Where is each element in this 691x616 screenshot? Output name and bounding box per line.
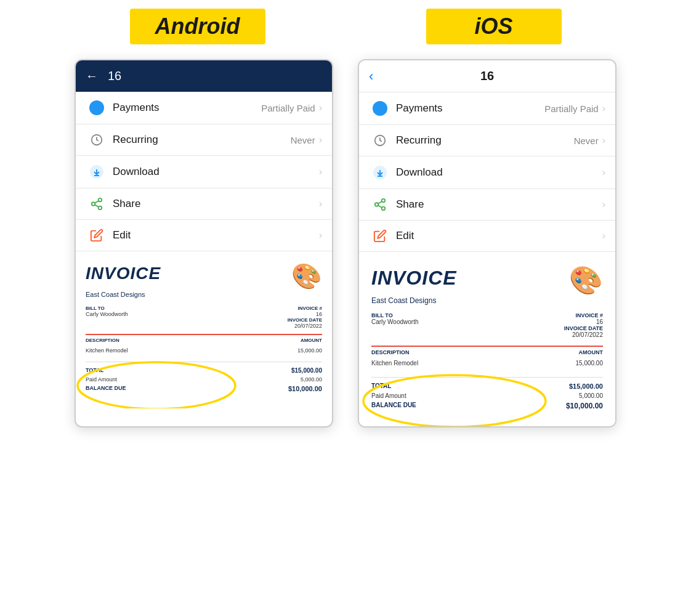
ios-line-amount: 15,000.00	[576, 360, 604, 367]
android-total-value: $15,000.00	[291, 367, 322, 374]
android-paid-value: 5,000.00	[301, 376, 322, 383]
ios-menu-recurring[interactable]: Recurring Never ›	[359, 125, 615, 156]
ios-invoice-title: INVOICE	[371, 267, 457, 290]
recurring-label: Recurring	[113, 134, 291, 146]
ios-desc-label: DESCRIPTION	[371, 349, 410, 355]
android-label: Android	[155, 14, 240, 39]
ios-invoice-preview: INVOICE 🎨 East Coast Designs BILL TO Car…	[359, 252, 615, 426]
svg-line-8	[95, 201, 99, 203]
android-invoice-num-value: 16	[288, 311, 322, 317]
ios-download-label: Download	[396, 166, 602, 179]
ios-bill-to-label: BILL TO	[371, 312, 419, 318]
ios-download-chevron-icon: ›	[602, 167, 605, 178]
svg-point-6	[99, 206, 102, 210]
android-bill-to-label: BILL TO	[86, 306, 128, 311]
edit-icon	[86, 229, 108, 242]
android-line-amount: 15,000.00	[297, 347, 322, 354]
ios-recurring-value: Never	[574, 136, 599, 146]
android-invoice-title: INVOICE	[86, 264, 161, 283]
edit-chevron-icon: ›	[319, 230, 322, 241]
android-header: ← 16	[76, 60, 332, 92]
payments-label: Payments	[113, 102, 261, 114]
svg-point-15	[375, 203, 379, 206]
ios-share-icon	[369, 198, 391, 211]
android-menu-recurring[interactable]: Recurring Never ›	[76, 124, 332, 156]
payments-icon	[86, 100, 108, 115]
android-menu-payments[interactable]: Payments Partially Paid ›	[76, 92, 332, 124]
ios-badge: iOS	[426, 9, 562, 44]
edit-label: Edit	[113, 229, 319, 241]
android-company: East Coast Designs	[86, 291, 322, 298]
ios-balance-value: $10,000.00	[566, 402, 603, 410]
ios-total-label: TOTAL	[371, 383, 391, 390]
ios-invoice-num-value: 16	[564, 318, 603, 325]
ios-edit-label: Edit	[396, 230, 602, 242]
android-invoice-totals: TOTAL $15,000.00 Paid Amount 5,000.00 BA…	[86, 362, 322, 394]
ios-company: East Coast Designs	[371, 296, 603, 305]
svg-point-4	[99, 198, 102, 202]
download-label: Download	[113, 166, 319, 178]
ios-invoice-date-value: 20/07/2022	[564, 331, 603, 338]
android-page-title: 16	[108, 69, 121, 83]
ios-recurring-icon	[369, 134, 391, 147]
android-invoice-date-label: INVOICE DATE	[288, 317, 322, 323]
ios-amount-label: AMOUNT	[579, 349, 604, 355]
share-icon	[86, 197, 108, 211]
ios-menu-payments[interactable]: Payments Partially Paid ›	[359, 92, 615, 125]
svg-line-18	[378, 201, 382, 204]
ios-page-title: 16	[480, 69, 494, 83]
android-paid-label: Paid Amount	[86, 376, 117, 383]
payments-chevron-icon: ›	[319, 102, 322, 113]
android-badge: Android	[130, 9, 265, 44]
ios-paid-value: 5,000.00	[579, 392, 603, 399]
download-chevron-icon: ›	[319, 166, 322, 177]
android-balance-value: $10,000.00	[288, 385, 322, 392]
ios-phone: ‹ 16 Payments Partially Paid › Recurring…	[358, 59, 616, 428]
ios-bill-to-value: Carly Woodworth	[371, 318, 419, 325]
svg-point-16	[382, 207, 386, 211]
recurring-chevron-icon: ›	[319, 134, 322, 145]
ios-label: iOS	[474, 14, 512, 39]
ios-mascot-icon: 🎨	[569, 267, 603, 294]
ios-paid-label: Paid Amount	[371, 392, 406, 399]
ios-back-button[interactable]: ‹	[369, 68, 373, 84]
ios-menu-share[interactable]: Share ›	[359, 189, 615, 221]
android-desc-label: DESCRIPTION	[86, 338, 119, 343]
share-label: Share	[113, 198, 319, 210]
payments-value: Partially Paid	[261, 103, 315, 113]
android-back-button[interactable]: ←	[86, 69, 98, 83]
ios-payments-label: Payments	[396, 102, 544, 115]
android-menu-edit[interactable]: Edit ›	[76, 220, 332, 251]
recurring-icon	[86, 133, 108, 147]
screens-container: ← 16 Payments Partially Paid › Recurring…	[0, 53, 691, 434]
android-invoice-preview: INVOICE 🎨 East Coast Designs BILL TO Car…	[76, 251, 332, 406]
android-menu-share[interactable]: Share ›	[76, 188, 332, 220]
ios-menu-edit[interactable]: Edit ›	[359, 221, 615, 252]
android-balance-label: BALANCE DUE	[86, 385, 126, 392]
svg-point-14	[382, 199, 386, 203]
ios-menu-download[interactable]: Download ›	[359, 156, 615, 189]
ios-recurring-chevron-icon: ›	[602, 135, 605, 146]
android-phone: ← 16 Payments Partially Paid › Recurring…	[75, 59, 333, 428]
android-line-item: Kitchen Remodel	[86, 347, 128, 354]
android-mascot-icon: 🎨	[291, 264, 322, 288]
ios-recurring-label: Recurring	[396, 134, 574, 147]
ios-payments-value: Partially Paid	[544, 103, 599, 114]
android-invoice-num-label: INVOICE #	[288, 306, 322, 311]
android-bill-to-value: Carly Woodworth	[86, 311, 128, 317]
android-menu-download[interactable]: Download ›	[76, 156, 332, 188]
ios-share-chevron-icon: ›	[602, 199, 605, 210]
ios-invoice-num-label: INVOICE #	[564, 312, 603, 318]
android-invoice-date-value: 20/07/2022	[288, 323, 322, 329]
ios-balance-label: BALANCE DUE	[371, 402, 416, 410]
svg-line-17	[378, 205, 382, 208]
ios-invoice-date-label: INVOICE DATE	[564, 325, 603, 331]
ios-download-icon	[369, 165, 391, 180]
share-chevron-icon: ›	[319, 198, 322, 209]
ios-payments-icon	[369, 101, 391, 116]
ios-payments-chevron-icon: ›	[602, 103, 605, 114]
ios-header: ‹ 16	[359, 60, 615, 92]
svg-line-7	[95, 205, 99, 207]
ios-invoice-totals: TOTAL $15,000.00 Paid Amount 5,000.00 BA…	[371, 377, 603, 411]
android-amount-label: AMOUNT	[301, 338, 322, 343]
